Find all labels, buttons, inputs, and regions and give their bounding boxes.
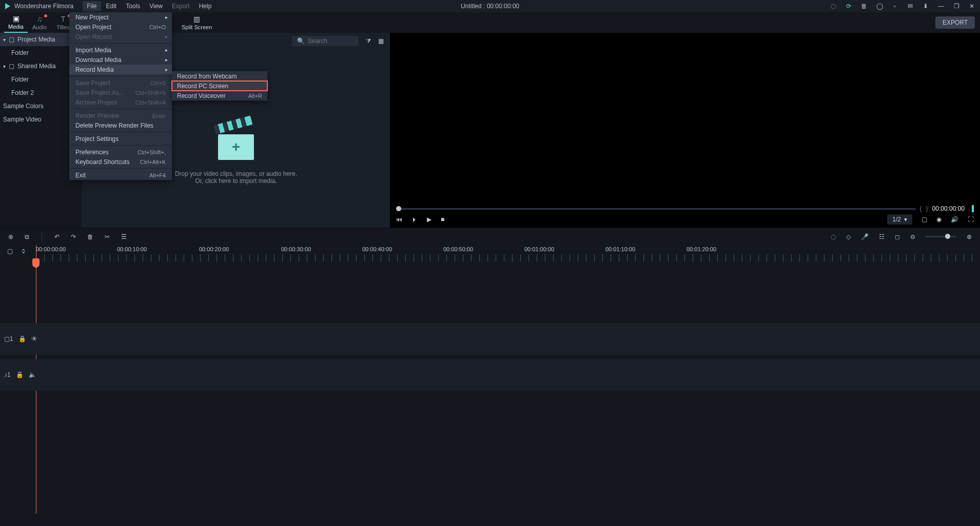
timeline: ▢ ⧲ 00:00:00:00 00:00:10:00 00:00:20:00 … [0, 245, 980, 514]
monitor-icon[interactable]: ▢ [922, 216, 927, 223]
brace-left[interactable]: { [920, 205, 922, 212]
audio-track[interactable]: ♪1 🔒 🔈 [0, 359, 980, 391]
volume-icon[interactable]: 🔊 [951, 216, 958, 223]
track-label: ▢1 [4, 335, 13, 342]
brace-right[interactable]: } [926, 205, 928, 212]
ratio-label: 1/2 [892, 216, 901, 223]
record-media-submenu: Record from WebcamRecord PC ScreenRecord… [172, 71, 267, 100]
zoom-in-icon[interactable]: ⊕ [967, 233, 972, 240]
mail-icon[interactable]: ✉ [906, 3, 914, 10]
menu-item-label: Open Project [75, 24, 111, 31]
svg-marker-0 [5, 3, 10, 9]
text-icon: T [61, 15, 66, 23]
file-menu-item[interactable]: Open ProjectCtrl+O [69, 22, 172, 32]
add-media-icon[interactable]: ⊕ [8, 233, 13, 240]
tab-audio[interactable]: ♫ Audio [28, 12, 51, 33]
menu-item-label: Render Preview [75, 112, 119, 119]
maximize-icon[interactable]: ❐ [952, 3, 961, 10]
file-menu-item[interactable]: Download Media▸ [69, 55, 172, 65]
eye-icon[interactable]: 👁 [31, 335, 37, 342]
minimize-icon[interactable]: — [937, 3, 945, 10]
playhead-knob[interactable] [396, 206, 401, 211]
stop-icon[interactable]: ■ [441, 216, 444, 223]
file-menu-item[interactable]: PreferencesCtrl+Shift+, [69, 147, 172, 157]
play-icon[interactable]: ▶ [427, 216, 432, 223]
zoom-ratio-dropdown[interactable]: 1/2 ▾ [887, 214, 912, 225]
shortcut-label: Ctrl+O [149, 24, 166, 30]
lock-icon[interactable]: 🔒 [18, 335, 26, 342]
menu-edit[interactable]: Edit [102, 1, 121, 11]
grid-view-icon[interactable]: ▦ [378, 37, 384, 45]
file-menu-item[interactable]: Record Media▸ [69, 65, 172, 74]
file-menu-item[interactable]: Delete Preview Render Files [69, 120, 172, 130]
export-button[interactable]: EXPORT [935, 16, 975, 29]
track-header-icon[interactable]: ▢ [7, 248, 13, 255]
undo-icon[interactable]: ↶ [54, 233, 60, 240]
snapshot-icon[interactable]: ◉ [936, 216, 942, 223]
ruler-label: 00:00:50:00 [443, 246, 473, 252]
preview-seekbar[interactable]: { } 00:00:00:00 [396, 205, 974, 212]
lightbulb-icon[interactable]: ◌ [829, 3, 837, 10]
color-wheel-icon[interactable]: ◌ [831, 233, 836, 240]
settings-icon[interactable]: ☰ [121, 233, 127, 240]
download-icon[interactable]: ⬇ [922, 3, 930, 10]
trash-icon[interactable]: 🗑 [860, 3, 868, 10]
playhead-handle[interactable] [32, 258, 40, 268]
bookmark-icon[interactable]: ⧉ [25, 233, 29, 240]
menu-help[interactable]: Help [195, 1, 216, 11]
redo-icon[interactable]: ↷ [71, 233, 76, 240]
refresh-icon[interactable]: ⟳ [845, 3, 853, 10]
prev-frame-icon[interactable]: ⏵ [411, 216, 418, 223]
list-icon[interactable]: ☷ [879, 233, 885, 240]
ruler-label: 00:01:10:00 [605, 246, 635, 252]
video-track[interactable]: ▢1 🔒 👁 [0, 323, 980, 355]
filter-icon[interactable]: ⧩ [366, 37, 371, 45]
file-menu-item[interactable]: ExitAlt+F4 [69, 170, 172, 180]
step-back-icon[interactable]: ⏮ [396, 216, 402, 223]
close-icon[interactable]: ✕ [968, 3, 976, 10]
zoom-out-icon[interactable]: ⊖ [910, 233, 915, 240]
file-menu-item[interactable]: Project Settings [69, 134, 172, 144]
user-icon[interactable]: ◯ [875, 3, 884, 10]
tree-label: Sample Video [3, 116, 42, 123]
shortcut-label: Enter [152, 113, 166, 119]
shield-icon[interactable]: ◇ [846, 233, 851, 240]
timeline-ruler[interactable]: 00:00:00:00 00:00:10:00 00:00:20:00 00:0… [36, 245, 980, 262]
tree-label: Project Media [17, 36, 55, 43]
record-submenu-item[interactable]: Record from Webcam [172, 71, 267, 81]
ruler-label: 00:00:20:00 [199, 246, 229, 252]
drop-text1: Drop your video clips, images, or audio … [175, 170, 297, 177]
save-icon[interactable]: ▫ [891, 3, 899, 10]
title-actions: ◌ ⟳ 🗑 ◯ ▫ ✉ ⬇ — ❐ ✕ [829, 3, 976, 10]
mute-icon[interactable]: 🔈 [29, 371, 36, 378]
search-input[interactable]: 🔍 [292, 36, 359, 46]
shortcut-label: Ctrl+Alt+K [140, 159, 166, 165]
file-menu-item[interactable]: New Project▸ [69, 12, 172, 22]
menu-export[interactable]: Export [168, 1, 194, 11]
subtab-row: ▥ Split Screen [174, 12, 219, 33]
file-menu-item[interactable]: Import Media▸ [69, 45, 172, 55]
folder-icon: ▢ [9, 63, 14, 70]
zoom-slider[interactable] [926, 236, 956, 237]
menu-file[interactable]: File [83, 1, 101, 11]
record-submenu-item[interactable]: Record PC Screen [172, 81, 267, 91]
cut-icon[interactable]: ✂ [105, 233, 110, 240]
delete-icon[interactable]: 🗑 [87, 233, 93, 240]
media-drop-zone[interactable]: Drop your video clips, images, or audio … [175, 125, 297, 185]
record-submenu-item[interactable]: Record VoiceoverAlt+R [172, 91, 267, 100]
timeline-toolbar: ⊕ ⧉ ↶ ↷ 🗑 ✂ ☰ ◌ ◇ 🎤 ☷ ◻ ⊖ ⊕ [0, 228, 980, 245]
lock-icon[interactable]: 🔒 [16, 371, 24, 378]
crop-icon[interactable]: ◻ [895, 233, 900, 240]
magnet-icon[interactable]: ⧲ [22, 248, 25, 255]
file-menu-dropdown: New Project▸Open ProjectCtrl+OOpen Recen… [69, 12, 172, 180]
menu-view[interactable]: View [145, 1, 167, 11]
file-menu-item: Archive ProjectCtrl+Shift+A [69, 97, 172, 107]
mic-icon[interactable]: 🎤 [861, 233, 869, 240]
search-field[interactable] [308, 37, 349, 45]
tab-split-screen[interactable]: ▥ Split Screen [174, 15, 219, 30]
fullscreen-icon[interactable]: ⛶ [968, 216, 974, 223]
tab-media[interactable]: ▣ Media [4, 12, 28, 33]
menu-tools[interactable]: Tools [122, 1, 144, 11]
end-marker-icon [972, 205, 974, 212]
file-menu-item[interactable]: Keyboard ShortcutsCtrl+Alt+K [69, 157, 172, 167]
